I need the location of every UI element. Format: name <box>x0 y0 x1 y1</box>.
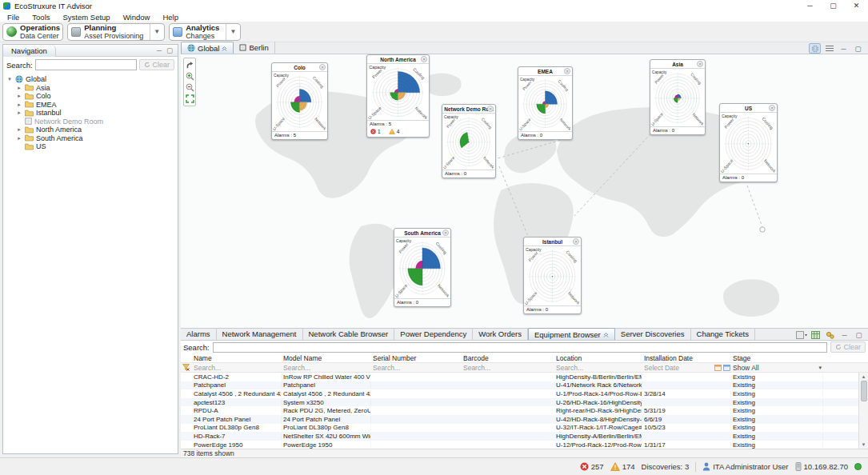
column-header-name[interactable]: Name <box>192 354 282 362</box>
map-mode-icon[interactable] <box>809 43 821 54</box>
menu-item-system-setup[interactable]: System Setup <box>63 13 110 22</box>
close-button[interactable]: ✕ <box>845 0 868 12</box>
calendar-icon[interactable] <box>714 364 722 371</box>
filter-search-input[interactable]: Search... <box>371 364 462 372</box>
discoveries-indicator[interactable]: Discoveries: 3 <box>642 462 690 471</box>
region-card-asia[interactable]: Asia✕CapacityPowerCoolingU-SpaceNetworkA… <box>650 59 706 135</box>
tab-global[interactable]: Global <box>181 42 234 54</box>
tab-server-discoveries[interactable]: Server Discoveries <box>615 328 691 340</box>
column-header-stage[interactable]: Stage <box>731 354 823 362</box>
table-row[interactable]: Catalyst 4506 , 2 Redundant 4200w @Catal… <box>181 389 858 398</box>
menu-item-file[interactable]: File <box>7 13 19 22</box>
close-icon[interactable]: ✕ <box>319 64 326 70</box>
tree-item-us[interactable]: US <box>6 142 178 151</box>
column-header-location[interactable]: Location <box>554 354 642 362</box>
tree-item-north-america[interactable]: ▸North America <box>6 126 178 134</box>
world-map-canvas[interactable]: Colo✕CapacityPowerCoolingU-SpaceNetworkA… <box>181 54 868 328</box>
tree-expander-icon[interactable]: ▸ <box>16 102 22 108</box>
region-card-north-america[interactable]: North America✕CapacityPowerCoolingU-Spac… <box>366 54 430 138</box>
navigation-view-tab[interactable]: Navigation <box>3 45 56 57</box>
gears-icon[interactable] <box>824 329 836 340</box>
region-card-colo[interactable]: Colo✕CapacityPowerCoolingU-SpaceNetworkA… <box>271 62 328 140</box>
region-card-south-america[interactable]: South America✕CapacityPowerCoolingU-Spac… <box>394 228 451 307</box>
tree-item-istanbul[interactable]: ▸Istanbul <box>6 109 178 118</box>
vertical-scrollbar[interactable]: ▲ ▼ <box>858 373 868 449</box>
critical-alarm-badge[interactable]: 1 <box>370 129 381 134</box>
column-header-installation-date[interactable]: Installation Date <box>642 354 731 362</box>
tab-power-dependency[interactable]: Power Dependency <box>394 328 473 340</box>
scroll-up-icon[interactable]: ▲ <box>862 373 866 381</box>
close-icon[interactable]: ✕ <box>769 105 775 111</box>
table-row[interactable]: RPDU-ARack PDU 2G, Metered, ZeroU, 5.7kW… <box>181 406 858 415</box>
table-row[interactable]: HD-Rack-7NetShelter SX 42U 600mm Wide x … <box>181 432 858 441</box>
tree-item-asia[interactable]: ▸Asia <box>6 84 178 93</box>
tree-expander-icon[interactable]: ▸ <box>16 85 22 91</box>
filter-search-input[interactable]: Search... <box>282 364 371 372</box>
equipment-search-input[interactable] <box>213 342 828 353</box>
tab-equipment-browser[interactable]: Equipment Browser <box>528 328 615 340</box>
tree-item-global[interactable]: ▾Global <box>6 75 178 84</box>
filter-search-input[interactable]: Search... <box>554 364 642 372</box>
filter-date-input[interactable]: Select Date <box>642 364 731 372</box>
filter-search-input[interactable]: Search... <box>192 364 282 372</box>
tree-item-colo[interactable]: ▸Colo <box>6 92 178 101</box>
table-row[interactable]: apctest123System x3250U-26/HD-Rack-16/Hi… <box>181 398 858 407</box>
zoom-out-icon[interactable] <box>186 83 194 92</box>
tree-item-south-america[interactable]: ▸South America <box>6 134 178 143</box>
chevron-down-icon[interactable]: ▼ <box>150 24 162 40</box>
warning-alarm-badge[interactable]: 4 <box>389 129 400 134</box>
close-icon[interactable]: ✕ <box>421 56 427 62</box>
table-row[interactable]: PowerEdge 1950PowerEdge 1950U-12/Prod-Ra… <box>181 441 858 449</box>
tree-expander-icon[interactable]: ▸ <box>16 126 22 133</box>
table-row[interactable]: ProLiant DL380p Gen8ProLiant DL380p Gen8… <box>181 424 858 433</box>
list-view-icon[interactable] <box>823 43 835 54</box>
maximize-view-icon[interactable]: ▢ <box>852 43 864 54</box>
table-settings-icon[interactable] <box>810 329 822 340</box>
minimize-button[interactable]: ─ <box>798 0 822 12</box>
tab-change-tickets[interactable]: Change Tickets <box>691 328 755 340</box>
fit-to-screen-icon[interactable] <box>186 94 194 103</box>
close-icon[interactable]: ✕ <box>487 106 494 112</box>
close-icon[interactable]: ✕ <box>442 230 449 236</box>
maximize-view-icon[interactable]: ▢ <box>853 329 865 340</box>
minimize-view-icon[interactable]: ─ <box>157 46 162 54</box>
warning-alarms-indicator[interactable]: 174 <box>610 462 635 471</box>
tab-network-cable-browser[interactable]: Network Cable Browser <box>303 328 395 340</box>
table-row[interactable]: 24 Port Patch Panel24 Port Patch PanelU-… <box>181 415 858 424</box>
minimize-view-icon[interactable]: ─ <box>838 329 850 340</box>
maximize-view-icon[interactable]: ▢ <box>166 46 173 54</box>
analytics-perspective-button[interactable]: Analytics Changes ▼ <box>169 23 241 41</box>
map-node[interactable] <box>760 227 765 232</box>
table-row[interactable]: CRAC-HD-2InRow RP Chilled Water 400 VHig… <box>181 373 858 381</box>
region-card-us[interactable]: US✕CapacityPowerCoolingU-SpaceNetworkAla… <box>719 103 778 182</box>
tab-berlin[interactable]: Berlin <box>234 42 274 54</box>
column-header-serial-number[interactable]: Serial Number <box>371 354 462 362</box>
region-card-emea[interactable]: EMEA✕CapacityPowerCoolingU-SpaceNetworkA… <box>518 66 573 140</box>
region-card-network-demo-ro-[interactable]: Network Demo Ro...✕CapacityPowerCoolingU… <box>442 104 496 178</box>
tree-item-emea[interactable]: ▸EMEA <box>6 101 178 110</box>
maximize-button[interactable]: ▢ <box>822 0 845 12</box>
close-icon[interactable]: ✕ <box>573 238 579 245</box>
filter-stage-select[interactable]: Show All▾ <box>731 364 823 372</box>
menu-item-window[interactable]: Window <box>123 13 150 22</box>
tree-expander-icon[interactable]: ▸ <box>16 93 22 99</box>
column-header-barcode[interactable]: Barcode <box>462 354 554 362</box>
layout-select-icon[interactable] <box>795 329 807 340</box>
close-icon[interactable]: ✕ <box>697 61 703 67</box>
tree-expander-icon[interactable]: ▸ <box>16 110 22 116</box>
minimize-view-icon[interactable]: ─ <box>838 43 850 54</box>
column-header-model-name[interactable]: Model Name <box>282 354 371 362</box>
tab-alarms[interactable]: Alarms <box>181 328 217 340</box>
restore-icon[interactable] <box>222 46 227 51</box>
zoom-in-icon[interactable] <box>186 72 194 81</box>
close-icon[interactable]: ✕ <box>564 68 570 74</box>
tree-expander-icon[interactable]: ▸ <box>16 135 22 142</box>
operations-perspective-button[interactable]: Operations Data Center <box>2 23 63 41</box>
clear-button[interactable]: Clear <box>830 341 866 353</box>
chevron-down-icon[interactable]: ▼ <box>226 24 238 40</box>
planning-perspective-button[interactable]: Planning Asset Provisioning ▼ <box>67 23 165 41</box>
table-row[interactable]: PatchpanelPatchpanelU-41/Network Rack 6/… <box>181 381 858 390</box>
menu-item-help[interactable]: Help <box>162 13 178 22</box>
menu-item-tools[interactable]: Tools <box>32 13 50 22</box>
scroll-down-icon[interactable]: ▼ <box>862 441 866 449</box>
